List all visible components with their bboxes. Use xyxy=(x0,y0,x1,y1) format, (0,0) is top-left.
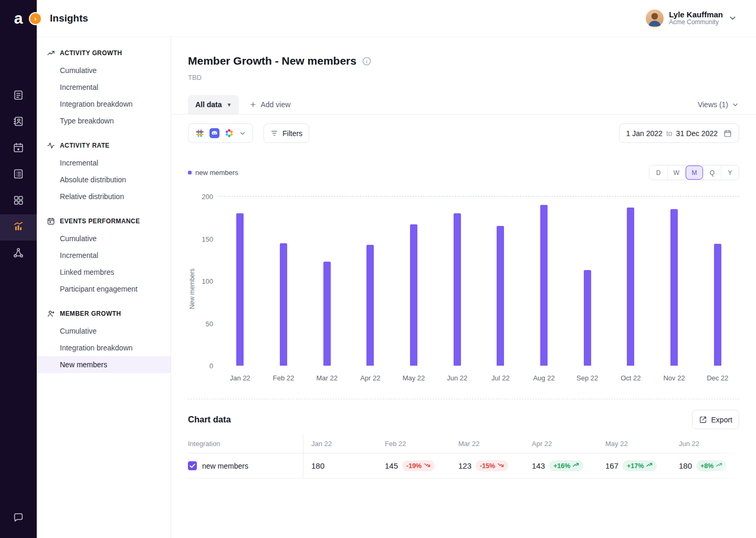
sidebar-item-type-breakdown[interactable]: Type breakdown xyxy=(37,112,171,129)
sidebar-item-incremental[interactable]: Incremental xyxy=(37,247,171,264)
app-title: Insights xyxy=(50,13,88,24)
date-range-picker[interactable]: 1 Jan 2022 to 31 Dec 2022 xyxy=(619,123,739,143)
trend-up-icon xyxy=(646,462,653,470)
delta-badge: -19% xyxy=(402,460,435,471)
sidebar-item-new-members[interactable]: New members xyxy=(37,356,171,373)
row-checkbox[interactable] xyxy=(188,461,197,470)
x-label-jul-22: Jul 22 xyxy=(479,374,522,382)
table-cell-jul-22: 1 xyxy=(744,453,756,479)
rail-item-file[interactable] xyxy=(0,83,37,109)
filters-label: Filters xyxy=(282,129,302,138)
sidebar-item-absolute-distribution[interactable]: Absolute distribution xyxy=(37,171,171,188)
trend-down-icon xyxy=(424,462,430,470)
delta-badge: -15% xyxy=(476,460,508,471)
add-view-label: Add view xyxy=(260,100,290,109)
bar-column-oct-22 xyxy=(609,196,653,366)
bar-nov-22[interactable] xyxy=(670,209,678,366)
calendar-icon xyxy=(723,129,732,138)
slack-icon xyxy=(195,128,205,138)
granularity-switch: DWMQY xyxy=(649,165,739,180)
chart-data-table: IntegrationJan 22Feb 22Mar 22Apr 22May 2… xyxy=(188,434,756,479)
y-tick-50: 50 xyxy=(206,319,213,327)
legend-label: new members xyxy=(195,169,238,177)
granularity-q[interactable]: Q xyxy=(703,165,721,180)
granularity-m[interactable]: M xyxy=(685,165,703,180)
bar-column-mar-22 xyxy=(305,196,349,366)
granularity-w[interactable]: W xyxy=(667,165,685,180)
table-header-integration: Integration xyxy=(188,434,303,453)
sidebar-item-incremental[interactable]: Incremental xyxy=(37,154,171,171)
topbar: Insights Lyle Kauffman Acme Community xyxy=(37,0,756,37)
table-header-apr-22: Apr 22 xyxy=(524,434,597,453)
sidebar: ACTIVITY GROWTHCumulativeIncrementalInte… xyxy=(37,37,171,538)
bar-aug-22[interactable] xyxy=(540,205,548,366)
rail-item-network[interactable] xyxy=(0,241,37,267)
delta-badge: +17% xyxy=(623,460,657,471)
table-cell-feb-22: 145-19% xyxy=(377,453,450,479)
sidebar-item-incremental[interactable]: Incremental xyxy=(37,79,171,96)
granularity-d[interactable]: D xyxy=(649,165,667,180)
bar-column-dec-22 xyxy=(696,196,739,366)
bar-mar-22[interactable] xyxy=(323,262,331,366)
tab-all-data[interactable]: All data ▼ xyxy=(188,95,239,114)
delta-value: -19% xyxy=(406,462,422,470)
filter-icon xyxy=(270,129,278,137)
rail-item-chat[interactable] xyxy=(0,505,37,532)
sidebar-item-integration-breakdown[interactable]: Integration breakdown xyxy=(37,339,171,356)
page-title: Member Growth - New members xyxy=(188,55,356,67)
rail-item-calendar[interactable] xyxy=(0,136,37,162)
export-button[interactable]: Export xyxy=(692,410,739,429)
x-label-jun-22: Jun 22 xyxy=(435,374,479,382)
chart-data-table-wrap: IntegrationJan 22Feb 22Mar 22Apr 22May 2… xyxy=(188,434,756,479)
app-root: a › Insights Lyle Kauffman Acme Communit… xyxy=(0,0,756,538)
table-cell-mar-22: 123-15% xyxy=(450,453,524,479)
brand-logo[interactable]: a › xyxy=(0,0,37,37)
x-axis-labels: Jan 22Feb 22Mar 22Apr 22May 22Jun 22Jul … xyxy=(218,374,739,382)
sidebar-section-header: EVENTS PERFORMANCE xyxy=(37,212,171,230)
bar-may-22[interactable] xyxy=(410,224,417,366)
filters-button[interactable]: Filters xyxy=(264,123,309,143)
bar-jul-22[interactable] xyxy=(497,226,504,366)
rail-item-form[interactable] xyxy=(0,162,37,188)
bar-sep-22[interactable] xyxy=(584,270,591,366)
sidebar-item-participant-engagement[interactable]: Participant engagement xyxy=(37,281,171,297)
bar-jan-22[interactable] xyxy=(236,213,244,366)
bar-feb-22[interactable] xyxy=(280,243,287,366)
y-axis-title-wrap: New members xyxy=(188,196,196,382)
sidebar-item-relative-distribution[interactable]: Relative distribution xyxy=(37,188,171,205)
rail-item-grid[interactable] xyxy=(0,188,37,214)
bar-jun-22[interactable] xyxy=(454,213,461,366)
sidebar-item-integration-breakdown[interactable]: Integration breakdown xyxy=(37,96,171,112)
bar-chart-icon xyxy=(13,221,24,234)
bar-oct-22[interactable] xyxy=(627,208,634,366)
table-header-jul-22: Jul 22 xyxy=(744,434,756,453)
discord-icon xyxy=(209,128,219,138)
avatar xyxy=(646,9,664,27)
sidebar-section-label: ACTIVITY RATE xyxy=(60,142,110,149)
info-icon[interactable] xyxy=(362,56,372,66)
user-menu[interactable]: Lyle Kauffman Acme Community xyxy=(646,9,737,27)
calendar-event-icon xyxy=(47,217,55,225)
sidebar-section-label: EVENTS PERFORMANCE xyxy=(60,218,140,225)
sidebar-item-linked-membres[interactable]: Linked membres xyxy=(37,264,171,281)
granularity-y[interactable]: Y xyxy=(721,165,739,180)
sidebar-item-cumulative[interactable]: Cumulative xyxy=(37,62,171,79)
user-meta: Lyle Kauffman Acme Community xyxy=(669,10,723,26)
sidebar-item-cumulative[interactable]: Cumulative xyxy=(37,323,171,339)
sidebar-item-cumulative[interactable]: Cumulative xyxy=(37,230,171,247)
views-dropdown[interactable]: Views (1) xyxy=(698,95,739,114)
bar-chart: New members 200150100500 Jan 22Feb 22Mar… xyxy=(188,196,739,382)
x-label-nov-22: Nov 22 xyxy=(653,374,696,382)
table-row-label-cell: new members xyxy=(188,453,303,479)
rail-item-bar-chart[interactable] xyxy=(0,214,37,241)
sidebar-section-header: ACTIVITY GROWTH xyxy=(37,44,171,62)
page-head: Member Growth - New members xyxy=(188,37,739,67)
x-label-may-22: May 22 xyxy=(392,374,436,382)
integrations-selector[interactable] xyxy=(188,123,253,143)
file-icon xyxy=(13,89,24,103)
bar-apr-22[interactable] xyxy=(366,245,374,366)
y-tick-200: 200 xyxy=(202,193,213,201)
add-view-button[interactable]: Add view xyxy=(247,95,292,114)
rail-item-contacts[interactable] xyxy=(0,109,37,136)
bar-dec-22[interactable] xyxy=(714,244,721,366)
